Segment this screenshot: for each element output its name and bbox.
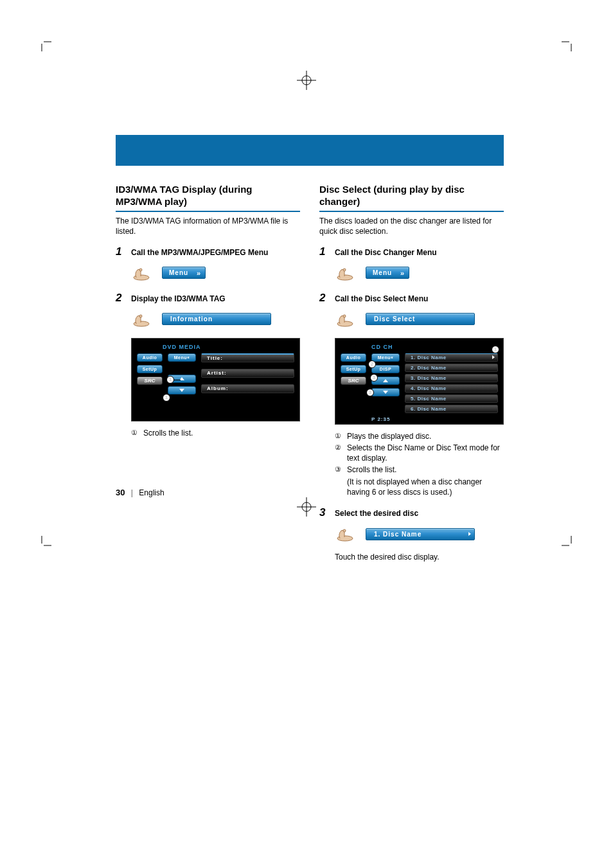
step-title: Call the Disc Changer Menu [335,245,437,258]
step-number: 3 [319,506,328,519]
callout-3: 3 [370,374,378,382]
page-footer: 30 | English [116,488,164,497]
section-desc: The ID3/WMA TAG information of MP3/WMA f… [116,216,300,236]
step-title: Display the ID3/WMA TAG [131,292,226,305]
step-1: 1 Call the Disc Changer Menu [319,245,504,258]
note-text: Selects the Disc Name or Disc Text mode … [347,443,504,463]
step-number: 2 [319,292,328,305]
disc-row-3[interactable]: 3. Disc Name [405,374,498,382]
menu-back-button[interactable]: Menu« [168,353,196,362]
circled-number-icon: ② [335,443,343,463]
disc-row-2[interactable]: 2. Disc Name [405,364,498,372]
section-desc: The discs loaded on the disc changer are… [319,216,504,236]
crop-mark-icon [32,536,51,555]
page-number: 30 [116,488,125,497]
src-button[interactable]: SRC [137,376,163,385]
callout-1-dup: 1 [163,394,170,402]
circled-number-icon: ③ [335,465,343,475]
touch-hand-icon [335,524,357,544]
note-text: Scrolls the list. [347,465,396,475]
note-1: ① Scrolls the list. [131,428,300,438]
touch-hand-icon [131,310,153,329]
svg-point-7 [343,269,346,271]
callout-2: 2 [368,360,376,368]
scroll-down-button[interactable] [371,388,400,396]
note-3: ③ Scrolls the list. [335,465,504,475]
scroll-down-button[interactable] [168,386,196,394]
note-text: Plays the displayed disc. [347,431,431,441]
touch-hand-icon [335,263,357,283]
id3-panel-screenshot: DVD MEDIA Audio SetUp SRC Menu« Title [131,338,300,421]
registration-mark-icon [297,497,316,517]
audio-button[interactable]: Audio [341,353,366,362]
album-row: Album: [201,384,294,393]
section-title-discselect: Disc Select (during play by disc changer… [319,184,504,212]
svg-point-11 [343,529,346,532]
callout-1: 1 [492,346,499,353]
setup-button[interactable]: SetUp [341,365,366,373]
step-title: Call the MP3/WMA/JPEG/MPEG Menu [131,245,268,258]
right-column: Disc Select (during play by disc changer… [319,184,504,562]
disc-row-6[interactable]: 6. Disc Name [405,405,498,413]
menu-button[interactable]: Menu [162,267,206,279]
page-language: English [139,488,164,497]
audio-button[interactable]: Audio [137,353,163,362]
step-number: 1 [319,245,328,258]
disc-row-5[interactable]: 5. Disc Name [405,394,498,403]
note-3-sub: (It is not displayed when a disc changer… [347,477,504,497]
circled-number-icon: ① [335,431,343,441]
panel-header: CD CH [371,344,498,350]
disc-select-button[interactable]: Disc Select [366,313,475,325]
svg-point-9 [343,315,346,317]
panel-header: DVD MEDIA [163,344,294,350]
note-2: ② Selects the Disc Name or Disc Text mod… [335,443,504,463]
svg-point-5 [139,315,142,317]
artist-row: Artist: [201,369,294,378]
section-title-id3: ID3/WMA TAG Display (during MP3/WMA play… [116,184,300,212]
src-button[interactable]: SRC [341,376,366,385]
disp-button[interactable]: DISP [371,365,400,373]
touch-hand-icon [131,263,153,283]
svg-point-3 [139,269,142,271]
crop-mark-icon [562,536,581,555]
touch-hand-icon [335,310,357,329]
disc-row-1[interactable]: 1. Disc Name [405,353,498,362]
step-3: 3 Select the desired disc [319,506,504,519]
touch-instruction: Touch the desired disc display. [335,553,504,562]
disc-row-4[interactable]: 4. Disc Name [405,384,498,393]
circled-number-icon: ① [131,428,139,438]
information-button[interactable]: Information [162,313,271,325]
disc-select-panel-screenshot: CD CH Audio SetUp SRC Menu« DISP 1. Di [335,338,504,425]
chapter-header-bar [116,135,504,166]
callout-1: 1 [166,376,174,384]
menu-button[interactable]: Menu [366,267,409,279]
step-title: Select the desired disc [335,506,418,519]
crop-mark-icon [32,32,51,51]
crop-mark-icon [562,32,581,51]
disc-name-button[interactable]: 1. Disc Name [366,528,475,540]
step-number: 2 [116,292,125,305]
callout-3-dup: 3 [366,389,374,396]
note-1: ① Plays the displayed disc. [335,431,504,441]
left-column: ID3/WMA TAG Display (during MP3/WMA play… [116,184,300,562]
menu-back-button[interactable]: Menu« [371,353,400,362]
step-title: Call the Disc Select Menu [335,292,428,305]
setup-button[interactable]: SetUp [137,365,163,373]
registration-mark-icon [297,71,316,90]
step-2: 2 Call the Disc Select Menu [319,292,504,305]
step-2: 2 Display the ID3/WMA TAG [116,292,300,305]
step-number: 1 [116,245,125,258]
play-time: P 2:35 [371,416,498,422]
title-row: Title: [201,353,294,362]
note-text: Scrolls the list. [143,428,193,438]
step-1: 1 Call the MP3/WMA/JPEG/MPEG Menu [116,245,300,258]
